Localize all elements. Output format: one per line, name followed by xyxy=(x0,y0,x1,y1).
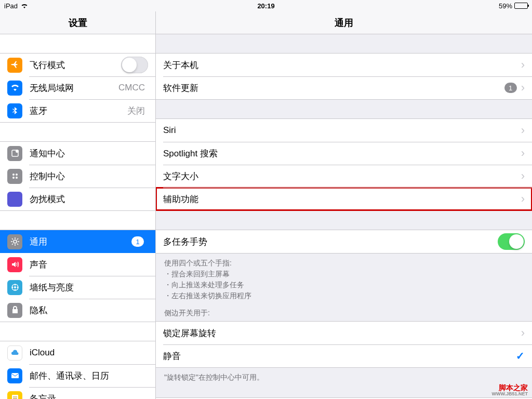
header-title-right: 通用 xyxy=(156,11,532,34)
svg-rect-13 xyxy=(11,373,19,378)
sidebar-item-label: 控制中心 xyxy=(30,170,148,182)
gear-icon xyxy=(7,234,22,249)
row-label: 多任务手势 xyxy=(163,236,498,248)
privacy-icon xyxy=(7,303,22,318)
sidebar-item-label: 飞行模式 xyxy=(30,59,121,71)
wifi-icon xyxy=(7,81,22,96)
sidebar-item[interactable]: 声音 xyxy=(0,253,155,276)
status-bar: iPad 20:19 59% xyxy=(0,0,532,11)
notify-icon xyxy=(7,146,22,161)
sidebar-item[interactable]: 无线局域网CMCC xyxy=(0,76,155,99)
chevron-right-icon: › xyxy=(521,81,525,95)
svg-point-5 xyxy=(16,177,18,179)
chevron-right-icon: › xyxy=(521,326,525,340)
sidebar-item[interactable]: 备忘录 xyxy=(0,387,155,399)
sidebar-item-label: 隐私 xyxy=(30,304,148,316)
svg-point-6 xyxy=(14,240,17,243)
group-header: 侧边开关用于: xyxy=(156,305,532,321)
settings-row[interactable]: 软件更新1› xyxy=(156,76,532,99)
header-bar: 设置 通用 xyxy=(0,11,532,34)
svg-point-9 xyxy=(14,284,16,286)
sidebar-item-label: 勿扰模式 xyxy=(30,193,148,205)
sidebar-item-label: 墙纸与亮度 xyxy=(30,282,148,294)
footer-text: "旋转锁定"在控制中心中可用。 xyxy=(156,368,532,387)
sidebar: 飞行模式无线局域网CMCC蓝牙关闭通知中心控制中心勿扰模式通用1声音墙纸与亮度隐… xyxy=(0,34,156,399)
mail-icon xyxy=(7,368,22,383)
detail-text: 关闭 xyxy=(127,105,145,117)
svg-point-12 xyxy=(11,287,13,288)
sidebar-item-label: 邮件、通讯录、日历 xyxy=(30,370,148,382)
battery-icon xyxy=(514,3,528,9)
sidebar-item-label: 备忘录 xyxy=(30,393,148,400)
notes-icon xyxy=(7,391,22,400)
wallpaper-icon xyxy=(7,280,22,295)
sidebar-item-label: 声音 xyxy=(30,259,148,271)
row-label: 锁定屏幕旋转 xyxy=(163,327,521,339)
sidebar-item[interactable]: 通知中心 xyxy=(0,142,155,165)
status-time: 20:19 xyxy=(179,2,353,10)
cloud-icon xyxy=(7,345,22,361)
sidebar-item-label: 无线局域网 xyxy=(30,82,118,94)
row-label: Siri xyxy=(163,125,521,136)
checkmark-icon: ✓ xyxy=(516,350,525,362)
watermark: 脚本之家 WWW.JB51.NET xyxy=(491,384,528,397)
badge: 1 xyxy=(504,83,517,93)
content-pane: 关于本机›软件更新1›Siri›Spotlight 搜索›文字大小›辅助功能›多… xyxy=(156,34,532,399)
settings-row[interactable]: 锁定屏幕旋转› xyxy=(156,322,532,344)
wifi-icon xyxy=(21,2,28,10)
chevron-right-icon: › xyxy=(521,169,525,183)
settings-row[interactable]: 关于本机› xyxy=(156,54,532,76)
chevron-right-icon: › xyxy=(521,124,525,137)
airplane-icon xyxy=(7,58,22,73)
row-label: 文字大小 xyxy=(163,170,521,182)
settings-row[interactable]: Spotlight 搜索› xyxy=(156,142,532,165)
sidebar-item[interactable]: 墙纸与亮度 xyxy=(0,276,155,299)
toggle[interactable] xyxy=(498,233,525,250)
row-label: 辅助功能 xyxy=(163,193,521,205)
footer-text: 使用四个或五个手指:・捏合来回到主屏幕・向上推送来处理多任务・左右推送来切换应用… xyxy=(156,254,532,305)
settings-row[interactable]: 静音✓ xyxy=(156,344,532,367)
control-icon xyxy=(7,169,22,184)
settings-row[interactable]: 文字大小› xyxy=(156,165,532,188)
sidebar-item[interactable]: 蓝牙关闭 xyxy=(0,99,155,122)
svg-point-8 xyxy=(14,286,16,288)
svg-point-3 xyxy=(16,174,18,176)
sidebar-item[interactable]: iCloud xyxy=(0,341,155,364)
sidebar-item[interactable]: 隐私 xyxy=(0,299,155,322)
header-title-left: 设置 xyxy=(0,11,156,34)
svg-point-10 xyxy=(17,287,18,288)
sidebar-item[interactable]: 通用1 xyxy=(0,230,155,253)
sidebar-item-label: 蓝牙 xyxy=(30,105,127,117)
chevron-right-icon: › xyxy=(521,192,525,206)
svg-point-4 xyxy=(12,177,15,179)
sidebar-item[interactable]: 控制中心 xyxy=(0,165,155,188)
sidebar-item[interactable]: 飞行模式 xyxy=(0,54,155,76)
sidebar-item-label: 通用 xyxy=(30,236,131,248)
device-label: iPad xyxy=(4,2,18,10)
bluetooth-icon xyxy=(7,103,22,118)
svg-point-1 xyxy=(16,150,19,153)
row-label: 静音 xyxy=(163,350,516,362)
moon-icon xyxy=(7,192,22,207)
battery-percent: 59% xyxy=(499,2,512,10)
settings-row[interactable]: 多任务手势 xyxy=(156,230,532,253)
row-label: Spotlight 搜索 xyxy=(163,148,521,159)
settings-row[interactable]: 辅助功能› xyxy=(156,188,532,210)
svg-point-11 xyxy=(14,289,16,291)
chevron-right-icon: › xyxy=(521,58,525,72)
sidebar-item-label: iCloud xyxy=(30,348,148,358)
sound-icon xyxy=(7,257,22,272)
svg-point-2 xyxy=(12,174,15,176)
sidebar-item[interactable]: 勿扰模式 xyxy=(0,188,155,210)
sidebar-item[interactable]: 邮件、通讯录、日历 xyxy=(0,364,155,387)
row-label: 软件更新 xyxy=(163,82,504,94)
sidebar-item-label: 通知中心 xyxy=(30,148,148,159)
settings-row[interactable]: Siri› xyxy=(156,119,532,142)
badge: 1 xyxy=(131,236,144,247)
detail-text: CMCC xyxy=(118,83,145,93)
toggle[interactable] xyxy=(121,57,148,73)
row-label: 关于本机 xyxy=(163,59,521,71)
chevron-right-icon: › xyxy=(521,147,525,160)
